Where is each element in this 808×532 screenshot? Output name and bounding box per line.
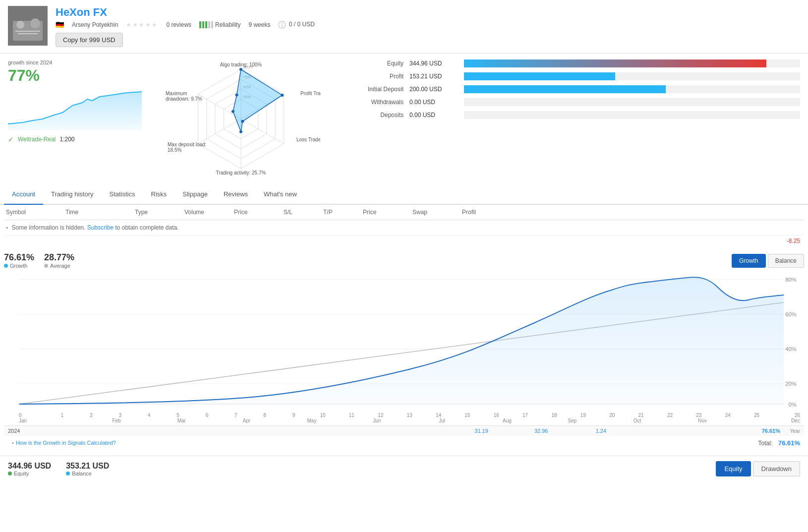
stars-icon: ★★★★★ — [126, 21, 158, 28]
header-info: HeXon FX 🇩🇪 Arseny Potyekhin ★★★★★ 0 rev… — [56, 6, 800, 47]
svg-point-25 — [281, 94, 284, 97]
svg-text:Max deposit load:: Max deposit load: — [168, 142, 206, 147]
growth-stat-main: 76.61% Growth — [4, 252, 34, 269]
tab-risks[interactable]: Risks — [143, 184, 175, 205]
dot-blue-icon — [4, 264, 8, 268]
growth-buttons: Growth Balance — [732, 254, 804, 268]
equity-stat-value: 344.96 USD — [8, 462, 51, 471]
growth-button[interactable]: Growth — [732, 254, 766, 268]
stats-section: growth since 2024 77% ✓ Weltrade-Real 1:… — [0, 54, 808, 184]
tab-slippage[interactable]: Slippage — [174, 184, 216, 205]
growth-percentage: 77% — [8, 66, 147, 85]
svg-rect-5 — [18, 33, 38, 34]
col-sl: S/L — [284, 209, 323, 216]
year-cell-jun — [332, 428, 392, 434]
col-profit: Profit — [462, 209, 512, 216]
tab-reviews[interactable]: Reviews — [216, 184, 256, 205]
x-axis-months: Jan Feb Mar Apr May Jun Jul Aug Sep Oct … — [4, 418, 804, 423]
year-cell-jul — [392, 428, 452, 434]
equity-stat-label: Equity — [8, 471, 51, 476]
deposits-label: Deposits — [345, 112, 409, 118]
svg-text:60%: 60% — [785, 311, 797, 317]
initial-deposit-label: Initial Deposit — [345, 86, 409, 93]
col-tp: T/P — [323, 209, 363, 216]
radar-section: 25% 50% 75% 100% Algo trading: 100% Prof… — [157, 59, 325, 178]
weeks-info: 9 weeks — [248, 21, 270, 28]
profit-row: Profit 153.21 USD — [345, 72, 800, 80]
reliability-label: Reliability — [215, 21, 240, 28]
growth-stat-pct: 76.61% — [4, 252, 34, 263]
copy-button[interactable]: Copy for 999 USD — [56, 33, 123, 47]
profit-bar-container — [464, 72, 800, 80]
equity-button[interactable]: Equity — [716, 461, 750, 476]
svg-point-28 — [231, 110, 234, 113]
tab-account[interactable]: Account — [4, 184, 43, 205]
col-price1: Price — [234, 209, 284, 216]
reliability-section: Reliability — [199, 21, 240, 28]
withdrawals-label: Withdrawals — [345, 99, 409, 106]
signal-title: HeXon FX — [56, 6, 800, 19]
svg-text:Trading activity: 25.7%: Trading activity: 25.7% — [216, 170, 266, 176]
year-cell-nov — [631, 428, 691, 434]
equity-bar-container — [464, 59, 800, 67]
tab-statistics[interactable]: Statistics — [101, 184, 143, 205]
subscribe-suffix: to obtain complete data. — [115, 224, 178, 231]
how-calc-link[interactable]: ▪ How is the Growth in Signals Calculate… — [8, 438, 120, 448]
svg-point-29 — [235, 93, 238, 96]
initial-deposit-bar-fill — [464, 85, 666, 93]
growth-stat-label: Growth — [4, 263, 34, 269]
table-header: Symbol Time Type Volume Price S/L T/P Pr… — [4, 205, 804, 220]
total-section: Total: 76.61% — [754, 439, 800, 447]
reliability-bars-icon — [199, 21, 213, 28]
equity-bar-fill — [464, 59, 766, 67]
copy-info: 0 / 0 USD — [278, 21, 314, 29]
year-cells: 31.19 32.96 1.24 — [33, 428, 750, 434]
info-icon: ▪ — [6, 224, 8, 231]
equity-label: Equity — [345, 60, 409, 67]
leverage-value: 1:200 — [59, 136, 74, 143]
bottom-buttons: Equity Drawdown — [716, 461, 800, 476]
bar-stats: Equity 344.96 USD Profit 153.21 USD Init… — [335, 59, 800, 178]
year-cell-sep: 32.96 — [511, 428, 571, 434]
total-label: Total: — [754, 439, 777, 448]
tab-trading-history[interactable]: Trading history — [43, 184, 102, 205]
table-section: Symbol Time Type Volume Price S/L T/P Pr… — [0, 205, 808, 246]
drawdown-button[interactable]: Drawdown — [753, 461, 800, 476]
bottom-bar: 344.96 USD Equity 353.21 USD Balance Equ… — [0, 456, 808, 481]
initial-deposit-bar-container — [464, 85, 800, 93]
broker-name: Weltrade-Real — [18, 136, 56, 143]
growth-controls: 76.61% Growth 28.77% Average Growth Bala… — [4, 252, 804, 269]
year-cell-mar — [152, 428, 212, 434]
year-cell-jan — [33, 428, 93, 434]
growth-stats: 76.61% Growth 28.77% Average — [4, 252, 74, 269]
col-type: Type — [135, 209, 184, 216]
svg-text:20%: 20% — [785, 381, 797, 387]
total-value: 76.61% — [778, 439, 800, 447]
deposits-value: 0.00 USD — [409, 112, 464, 118]
profit-value: -8.25 — [4, 236, 804, 246]
balance-button[interactable]: Balance — [768, 254, 804, 268]
svg-rect-4 — [15, 31, 40, 32]
svg-text:80%: 80% — [785, 277, 797, 283]
growth-chart-section: 76.61% Growth 28.77% Average Growth Bala… — [0, 246, 808, 456]
initial-deposit-row: Initial Deposit 200.00 USD — [345, 85, 800, 93]
svg-point-7 — [282, 23, 283, 24]
deposits-bar-container — [464, 111, 800, 119]
hidden-msg: Some information is hidden. — [12, 224, 86, 231]
subscribe-link[interactable]: Subscribe — [87, 224, 114, 231]
year-cell-oct: 1.24 — [571, 428, 631, 434]
svg-line-17 — [198, 119, 241, 144]
mini-growth-section: growth since 2024 77% ✓ Weltrade-Real 1:… — [8, 59, 147, 178]
equity-stat: 344.96 USD Equity — [8, 462, 51, 476]
svg-text:Loss Trades: 3.8%: Loss Trades: 3.8% — [296, 137, 320, 142]
check-icon: ✓ — [8, 135, 14, 143]
header-meta: 🇩🇪 Arseny Potyekhin ★★★★★ 0 reviews Reli… — [56, 21, 800, 29]
tab-whats-new[interactable]: What's new — [256, 184, 305, 205]
avatar — [8, 6, 48, 46]
svg-line-15 — [241, 119, 284, 144]
growth-chart-area: 80% 60% 40% 20% 0% — [4, 273, 804, 412]
avg-stat-pct: 28.77% — [44, 252, 74, 263]
col-swap: Swap — [412, 209, 462, 216]
avg-stat-label: Average — [44, 263, 74, 269]
svg-text:18.5%: 18.5% — [168, 147, 181, 153]
